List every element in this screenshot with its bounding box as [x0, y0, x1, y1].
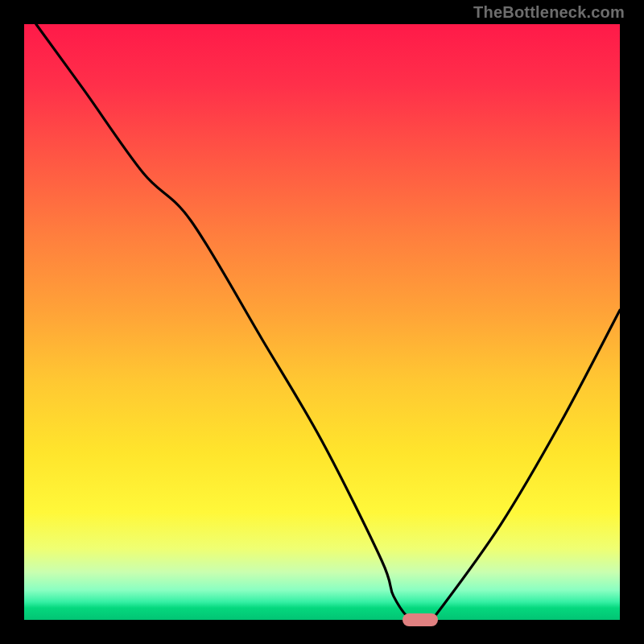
watermark-text: TheBottleneck.com	[473, 3, 625, 22]
chart-frame: TheBottleneck.com	[0, 0, 644, 644]
optimum-marker	[402, 613, 438, 626]
plot-area	[24, 24, 620, 620]
bottleneck-curve	[24, 24, 620, 620]
